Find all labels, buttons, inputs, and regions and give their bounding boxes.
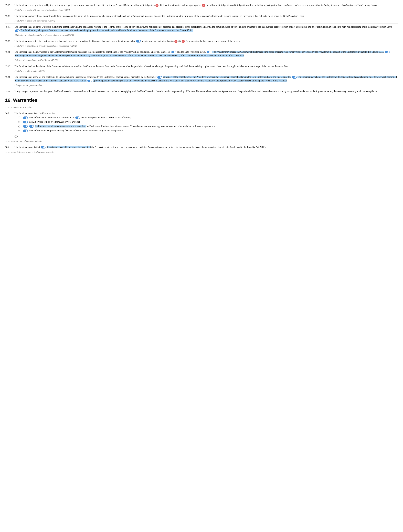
clause-15-15: 15.15 The Provider must notify the Custo…: [5, 39, 398, 49]
clause-15-16: 15.16 The Provider shall make available …: [5, 50, 398, 63]
toggle-15-18b[interactable]: [292, 76, 297, 79]
clause-body-15-18: The Provider shall allow for and contrib…: [15, 75, 398, 82]
clause-15-12: 15.12 The Provider is hereby authorised …: [5, 3, 398, 13]
highlight-15-16a: The Provider may charge the Customer at …: [212, 51, 384, 53]
sub-label-15-12: First Party to assist with exercise of d…: [15, 8, 398, 12]
divider-15-12: [5, 13, 398, 13]
add-item-container: [15, 134, 398, 138]
toggle-16-1c1[interactable]: [23, 125, 28, 128]
toggle-15-15a[interactable]: [136, 40, 141, 43]
clause-16-2: 16.2 The Provider warrants that it has t…: [5, 145, 398, 149]
section-16: 16. Warranties AI services general warra…: [5, 96, 398, 155]
toggle-15-18a[interactable]: [157, 76, 162, 79]
toggle-16-1a2[interactable]: [75, 116, 80, 119]
sub-label-15-14: Obligation to notify Second Party of per…: [15, 33, 398, 37]
letter-b: (b): [18, 120, 21, 124]
clause-15-13: 15.13 The Provider shall, insofar as pos…: [5, 14, 398, 24]
highlight-15-18c: , providing that no such charges shall b…: [93, 79, 287, 82]
sub-label-15-17: First Party to allow audit (GDPR): [15, 69, 398, 73]
clause-num-16-2: 16.2: [5, 145, 13, 149]
list-item-16-1a: (a) the Platform and AI Services will co…: [18, 116, 398, 120]
clause-num-15-18: 15.18: [5, 75, 13, 79]
clause-body-15-16: The Provider shall make available to the…: [15, 50, 398, 57]
list-item-16-1d: (d) the Platform will incorporate securi…: [18, 129, 398, 133]
add-list-item-icon[interactable]: [15, 135, 18, 138]
clause-num-15-13: 15.13: [5, 14, 13, 18]
item-16-1a-text: the Platform and AI Services will confor…: [23, 116, 131, 120]
clause-15-17: 15.17 The Provider shall, at the choice …: [5, 64, 398, 74]
clause-num-15-14: 15.14: [5, 25, 13, 29]
clause-16-1-list: (a) the Platform and AI Services will co…: [18, 116, 398, 133]
clause-body-15-12: The Provider is hereby authorised by the…: [15, 3, 398, 7]
list-item-16-1b: (b) the AI Services will be free from AI…: [18, 120, 398, 124]
toggle-16-1c2[interactable]: [29, 125, 34, 128]
clause-num-15-15: 15.15: [5, 39, 13, 43]
toggle-15-18c[interactable]: [87, 80, 92, 82]
toggle-16-1d[interactable]: [23, 130, 28, 132]
or-badge-15-15b[interactable]: or: [182, 40, 185, 43]
highlight-15-18a: in respect of the compliance of the Prov…: [163, 76, 291, 78]
clause-15-14: 15.14 The Provider shall assist the Cust…: [5, 25, 398, 38]
toggle-16-2[interactable]: [41, 146, 45, 148]
clause-15-18: 15.18 The Provider shall allow for and c…: [5, 75, 398, 88]
sub-label-16-ip: AI services intellectual property infrin…: [5, 150, 398, 154]
clause-body-16-2: The Provider warrants that it has taken …: [15, 145, 398, 149]
item-16-1b-text: the AI Services will be free from AI Ser…: [23, 120, 80, 124]
divider-16-general: [5, 110, 398, 110]
toggle-15-14a[interactable]: [15, 29, 20, 32]
dpl-link-15-13: Data Protection Laws: [283, 15, 304, 17]
clause-body-15-15: The Provider must notify the Customer of…: [15, 39, 398, 43]
clause-body-15-13: The Provider shall, insofar as possible …: [15, 14, 398, 18]
or-badge-15-15a[interactable]: or: [174, 40, 177, 43]
clause-num-15-12: 15.12: [5, 3, 13, 7]
or-badge-1[interactable]: or: [155, 4, 158, 7]
divider-15-15: [5, 49, 398, 49]
letter-c: (c): [18, 124, 21, 128]
clause-body-15-19: If any changes or prospective changes to…: [15, 89, 398, 93]
clause-16-1: 16.1 The Provider warrants to the Custom…: [5, 111, 398, 133]
clause-num-15-16: 15.16: [5, 50, 13, 54]
sub-label-15-16: Deletion of personal data by First Party…: [15, 58, 398, 62]
letter-a: (a): [18, 116, 21, 120]
divider-15-14: [5, 38, 398, 38]
item-16-1d-text: the Platform will incorporate security f…: [23, 129, 123, 133]
section-16-heading: 16. Warranties: [5, 96, 398, 104]
sub-label-15-15: First Party to provide data protection c…: [15, 44, 398, 48]
sub-label-16-nondiscrimination: AI services warranty of non-discriminati…: [5, 139, 398, 143]
clause-15-19: 15.19 If any changes or prospective chan…: [5, 89, 398, 94]
item-16-1c-text: the Provider has taken reasonable steps …: [23, 124, 215, 128]
clause-body-16-1: The Provider warrants to the Customer th…: [15, 111, 398, 133]
highlight-15-14: The Provider may charge the Customer at …: [20, 29, 193, 32]
insert-text: insert authorised sub-processor informat…: [278, 4, 380, 6]
highlight-16-1c: the Provider has taken reasonable steps …: [35, 125, 86, 127]
clause-body-15-14: The Provider shall assist the Customer i…: [15, 25, 398, 32]
toggle-15-16c[interactable]: [385, 51, 390, 53]
sub-label-15-18: Changes to data protection law: [15, 84, 398, 87]
divider-15-13: [5, 24, 398, 24]
divider-16-ip: [5, 155, 398, 155]
divider-15-17: [5, 74, 398, 74]
clause-body-15-17: The Provider shall, at the choice of the…: [15, 64, 398, 68]
divider-15-16: [5, 63, 398, 63]
toggle-16-1a1[interactable]: [23, 116, 28, 119]
divider-15-18: [5, 88, 398, 88]
highlight-16-2: it has taken reasonable measures to ensu…: [47, 146, 91, 148]
toggle-15-16b[interactable]: [207, 51, 211, 53]
sub-label-16-general: AI services general warranties: [5, 106, 398, 109]
sub-label-15-13: First Party to assist with compliance (G…: [15, 19, 398, 23]
toggle-15-16a[interactable]: [171, 51, 176, 53]
or-badge-2[interactable]: or: [202, 4, 205, 7]
clause-num-15-17: 15.17: [5, 64, 13, 68]
clause-num-16-1: 16.1: [5, 111, 13, 115]
toggle-16-1b[interactable]: [23, 121, 28, 123]
clause-num-15-19: 15.19: [5, 89, 13, 94]
list-item-16-1c: (c) the Provider has taken reasonable st…: [18, 124, 398, 128]
letter-d: (d): [18, 129, 21, 133]
